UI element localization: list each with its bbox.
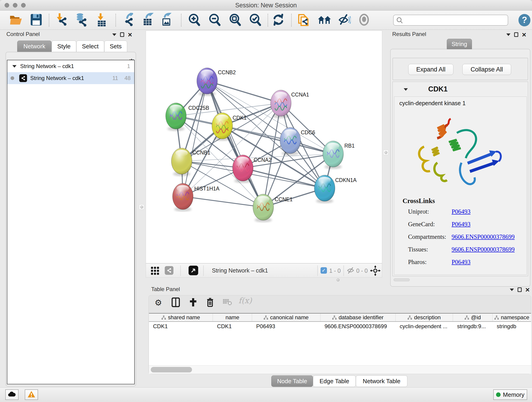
function-builder-button[interactable]: f(x) bbox=[239, 296, 252, 305]
warning-button[interactable] bbox=[25, 389, 38, 400]
collapse-all-button[interactable]: Collapse All bbox=[462, 64, 511, 75]
table-row[interactable]: CDK1 CDK1 P06493 9606.ENSP00000378699 cy… bbox=[149, 322, 531, 331]
panel-close-icon[interactable]: × bbox=[525, 287, 530, 292]
bottom-splitter-handle[interactable] bbox=[336, 277, 341, 282]
network-graph[interactable]: CCNB2CCNA1CDC25BCDK1CDC6RB1CCNB1CCNA2CDK… bbox=[146, 31, 382, 263]
table-hscrollbar-thumb[interactable] bbox=[151, 367, 192, 372]
tab-style[interactable]: Style bbox=[51, 41, 76, 52]
expand-all-button[interactable]: Expand All bbox=[408, 64, 453, 75]
share-icon[interactable] bbox=[165, 266, 173, 275]
save-session-button[interactable] bbox=[29, 13, 44, 28]
delete-table-icon bbox=[223, 299, 232, 307]
panel-close-icon[interactable]: × bbox=[522, 32, 526, 37]
clone-network-button[interactable] bbox=[296, 13, 311, 28]
network-node-CDKN1A[interactable]: CDKN1A bbox=[314, 175, 357, 203]
memory-button[interactable]: Memory bbox=[493, 389, 527, 400]
delete-column-button[interactable] bbox=[204, 297, 216, 309]
tab-select[interactable]: Select bbox=[76, 41, 104, 52]
network-tree-row-selected[interactable]: String Network – cdk1 11 48 bbox=[7, 72, 134, 84]
crosslink-label: Tissues: bbox=[408, 246, 452, 253]
panel-collapse-icon[interactable] bbox=[112, 33, 116, 36]
crosslink-compartments[interactable]: 9606.ENSP00000378699 bbox=[452, 233, 523, 240]
crosslink-uniprot[interactable]: P06493 bbox=[452, 208, 523, 215]
cloud-button[interactable] bbox=[5, 389, 19, 400]
network-node-RB1[interactable]: RB1 bbox=[323, 141, 355, 169]
export-table-button[interactable] bbox=[140, 13, 155, 28]
application-window: Session: New Session bbox=[0, 0, 532, 402]
network-node-CCNB2[interactable]: CCNB2 bbox=[197, 68, 236, 96]
network-edge-CDK1-RB1[interactable] bbox=[222, 126, 333, 154]
node-label-CCNA2: CCNA2 bbox=[254, 157, 272, 163]
tab-edge-table[interactable]: Edge Table bbox=[313, 375, 356, 387]
panel-collapse-icon[interactable] bbox=[510, 288, 514, 291]
column-header[interactable]: name bbox=[213, 313, 252, 321]
import-database-button[interactable] bbox=[73, 13, 89, 28]
export-network-button[interactable] bbox=[122, 13, 137, 28]
network-edge-CCNB2-HIST1H1A[interactable] bbox=[183, 81, 207, 196]
network-node-CCNE1[interactable]: CCNE1 bbox=[253, 194, 293, 222]
network-edge-HIST1H1A-CCNE1[interactable] bbox=[183, 196, 263, 207]
checkbox-icon[interactable]: ✓ bbox=[321, 267, 327, 274]
network-tree-root-row[interactable]: String Network – cdk1 1 bbox=[7, 60, 134, 72]
column-header[interactable]: canonical name bbox=[252, 313, 320, 321]
table-hscrollbar[interactable] bbox=[149, 365, 531, 374]
help-button[interactable]: ? bbox=[519, 14, 530, 26]
results-hscrollbar-thumb[interactable] bbox=[394, 279, 410, 281]
birdseye-icon[interactable] bbox=[370, 265, 380, 277]
table-gear-button[interactable]: ⚙ bbox=[152, 297, 164, 309]
crosslinks-list: Uniprot:P06493 GeneCard:P06493 Compartme… bbox=[408, 208, 523, 266]
expander-icon[interactable] bbox=[12, 65, 17, 68]
panel-float-icon[interactable] bbox=[518, 287, 522, 292]
tab-string[interactable]: String bbox=[447, 39, 472, 49]
left-splitter-handle[interactable] bbox=[139, 204, 144, 210]
export-table-icon bbox=[141, 13, 154, 27]
crosslink-pharos[interactable]: P06493 bbox=[452, 259, 523, 266]
crosslink-genecard[interactable]: P06493 bbox=[452, 221, 523, 228]
panel-float-icon[interactable] bbox=[514, 32, 518, 37]
section-expander-icon[interactable] bbox=[404, 88, 408, 91]
right-splitter-handle[interactable] bbox=[383, 150, 388, 155]
crosslink-label: Uniprot: bbox=[408, 208, 452, 215]
column-header[interactable]: namespace bbox=[493, 313, 531, 321]
zoom-in-button[interactable] bbox=[186, 13, 202, 28]
tab-network-table[interactable]: Network Table bbox=[356, 375, 407, 387]
string-share-icon bbox=[19, 74, 27, 82]
tab-sets[interactable]: Sets bbox=[104, 41, 127, 52]
import-network-button[interactable] bbox=[54, 13, 69, 28]
hide-selected-button[interactable] bbox=[336, 13, 352, 28]
import-table-button[interactable] bbox=[94, 13, 109, 28]
search-input[interactable] bbox=[393, 15, 508, 26]
open-session-button[interactable] bbox=[8, 13, 24, 28]
panel-float-icon[interactable] bbox=[120, 32, 124, 37]
panel-collapse-icon[interactable] bbox=[506, 33, 510, 36]
network-node-CDC25B[interactable]: CDC25B bbox=[166, 103, 209, 131]
network-node-CCNA2[interactable]: CCNA2 bbox=[233, 155, 272, 183]
open-in-window-icon[interactable] bbox=[189, 266, 198, 275]
show-all-button[interactable] bbox=[356, 13, 372, 28]
create-column-button[interactable] bbox=[187, 297, 199, 309]
zoom-selected-button[interactable] bbox=[247, 13, 263, 28]
zoom-out-button[interactable] bbox=[207, 13, 222, 28]
crosslink-tissues[interactable]: 9606.ENSP00000378699 bbox=[452, 246, 523, 253]
tab-network[interactable]: Network bbox=[17, 41, 51, 52]
show-columns-button[interactable] bbox=[170, 297, 182, 309]
network-canvas[interactable]: CCNB2CCNA1CDC25BCDK1CDC6RB1CCNB1CCNA2CDK… bbox=[146, 31, 382, 263]
panel-close-icon[interactable]: × bbox=[128, 32, 132, 37]
network-node-CCNA1[interactable]: CCNA1 bbox=[271, 90, 309, 118]
network-node-HIST1H1A[interactable]: HIST1H1A bbox=[172, 183, 220, 211]
column-header[interactable]: @id bbox=[453, 313, 493, 321]
crosslink-label: Pharos: bbox=[408, 259, 452, 266]
column-header[interactable]: database identifier bbox=[321, 313, 396, 321]
tab-node-table[interactable]: Node Table bbox=[271, 375, 313, 387]
delete-table-button[interactable] bbox=[222, 297, 234, 309]
column-header[interactable]: description bbox=[396, 313, 453, 321]
grid-icon[interactable] bbox=[151, 267, 159, 275]
network-node-CDC6[interactable]: CDC6 bbox=[280, 128, 315, 156]
apply-layout-button[interactable] bbox=[271, 13, 286, 28]
network-edge-CCNB2-CCNA1[interactable] bbox=[207, 81, 281, 103]
network-tree: String Network – cdk1 1 String Network –… bbox=[7, 60, 135, 384]
column-header[interactable]: shared name bbox=[149, 313, 213, 321]
first-neighbors-button[interactable] bbox=[317, 13, 332, 28]
zoom-fit-button[interactable] bbox=[227, 13, 242, 28]
export-image-button[interactable] bbox=[159, 13, 174, 28]
